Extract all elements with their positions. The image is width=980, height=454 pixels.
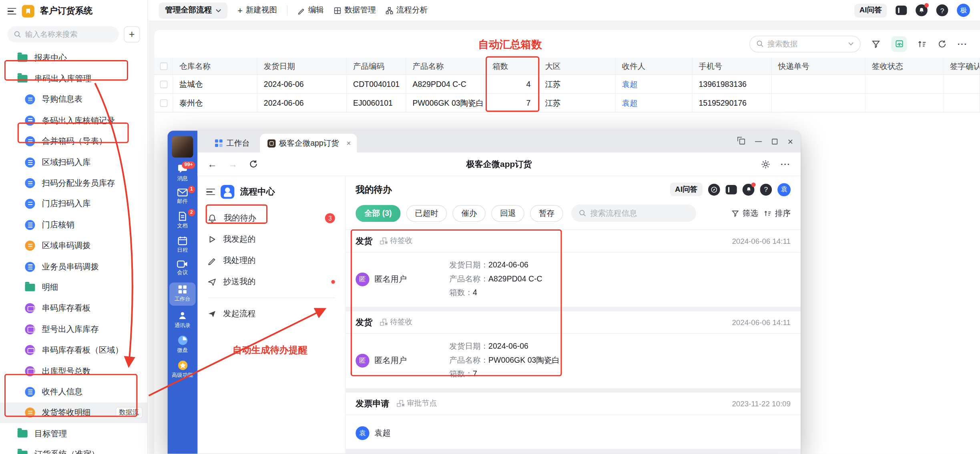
close-icon[interactable]: ×: [788, 137, 793, 146]
tab-workbench[interactable]: 工作台: [205, 134, 260, 153]
ai-qa-button[interactable]: AI问答: [670, 183, 703, 196]
row-checkbox[interactable]: [155, 94, 173, 112]
column-header[interactable]: 大区: [539, 58, 616, 75]
todo-card[interactable]: 发货 待签收 2024-06-06 14:11 匿 匿名用户 发货: [345, 230, 801, 307]
cell-receiver-link[interactable]: 袁超: [616, 75, 693, 94]
sidebar-item-folder[interactable]: 报表中心: [0, 48, 147, 68]
ai-qa-button[interactable]: AI问答: [854, 4, 887, 17]
docs-panel-icon[interactable]: [726, 185, 737, 194]
column-header[interactable]: 签字确认: [944, 58, 980, 75]
sidebar-item-dashboard[interactable]: 串码库存看板（区域）: [0, 339, 147, 360]
sidebar-item-dashboard[interactable]: 型号出入库库存: [0, 319, 147, 339]
column-header[interactable]: 手机号: [693, 58, 772, 75]
popout-icon[interactable]: [739, 139, 745, 145]
edit-button[interactable]: 编辑: [297, 5, 324, 16]
bell-icon[interactable]: [743, 183, 755, 195]
forward-icon[interactable]: →: [228, 159, 237, 170]
column-header[interactable]: 快递单号: [772, 58, 866, 75]
sidebar-item-folder[interactable]: 串码出入库管理: [0, 68, 147, 89]
sidebar-item-folder[interactable]: 目标管理: [0, 423, 147, 444]
sidebar-search-input[interactable]: 输入名称来搜索: [8, 26, 119, 43]
row-checkbox[interactable]: [155, 75, 173, 94]
sidebar-item-sheet[interactable]: 条码出入库核销记录: [0, 110, 147, 131]
tab-app-active[interactable]: 极客企微app订货 ×: [260, 134, 357, 153]
sidebar-item-folder[interactable]: 订货系统（准宿）: [0, 444, 147, 454]
column-header[interactable]: 收件人: [616, 58, 693, 75]
reload-icon[interactable]: [249, 159, 258, 169]
filter-icon[interactable]: [871, 39, 880, 48]
column-header[interactable]: 仓库名称: [173, 58, 257, 75]
column-header[interactable]: 产品名称: [406, 58, 486, 75]
menu-icon[interactable]: [8, 8, 16, 15]
flow-search-input[interactable]: 搜索流程信息: [571, 205, 696, 222]
table-search-input[interactable]: 搜索数据: [749, 35, 861, 52]
rail-item-meeting[interactable]: 会议: [169, 260, 196, 277]
user-photo-avatar[interactable]: [172, 136, 193, 157]
help-icon[interactable]: ?: [760, 183, 772, 195]
compass-icon[interactable]: [708, 183, 720, 195]
sidebar-item-sheet[interactable]: 扫码分配业务员库存: [0, 173, 147, 193]
sidebar-item-sheet[interactable]: 合并箱码（导表）: [0, 131, 147, 152]
sort-icon[interactable]: [918, 39, 927, 48]
menu-icon[interactable]: [206, 189, 215, 195]
rail-item-docs[interactable]: 文档 2: [169, 211, 196, 230]
sidebar-item-sheet[interactable]: 业务员串码调拨: [0, 256, 147, 277]
help-icon[interactable]: ?: [936, 4, 948, 16]
cell-receiver-link[interactable]: 袁超: [616, 94, 693, 112]
filter-draft[interactable]: 暂存: [530, 205, 563, 221]
refresh-icon[interactable]: [938, 39, 947, 48]
menu-item-started[interactable]: 我发起的: [197, 229, 345, 250]
filter-urge[interactable]: 催办: [453, 205, 486, 221]
filter-all[interactable]: 全部 (3): [355, 205, 400, 221]
user-avatar[interactable]: 极: [957, 4, 970, 17]
rail-item-advanced[interactable]: 高级功能: [169, 360, 196, 379]
column-header[interactable]: 产品编码: [347, 58, 406, 75]
view-config-icon[interactable]: [891, 36, 907, 52]
filter-overdue[interactable]: 已超时: [406, 205, 447, 221]
filter-button[interactable]: 筛选: [731, 208, 758, 219]
bell-icon[interactable]: [916, 4, 928, 16]
data-manage-button[interactable]: 数据管理: [334, 5, 376, 16]
sidebar-item-sheet[interactable]: 导购信息表: [0, 89, 147, 110]
filter-returned[interactable]: 回退: [492, 205, 525, 221]
rail-item-mail[interactable]: 邮件 1: [169, 188, 196, 206]
sidebar-item-sheet[interactable]: 门店扫码入库: [0, 194, 147, 215]
sort-button[interactable]: 排序: [764, 208, 791, 219]
sidebar-item-sheet-active[interactable]: 发货签收明细 数据流: [0, 402, 147, 423]
maximize-icon[interactable]: [772, 139, 777, 145]
docs-panel-icon[interactable]: [896, 6, 907, 15]
view-switcher[interactable]: 管理全部流程: [159, 2, 228, 18]
rail-item-contacts[interactable]: 通讯录: [169, 311, 196, 329]
menu-item-cc[interactable]: 抄送我的: [197, 271, 345, 293]
sidebar-item-folder[interactable]: 明细: [0, 277, 147, 298]
sidebar-item-sheet[interactable]: 区域串码调拨: [0, 235, 147, 256]
column-header[interactable]: 签收状态: [866, 58, 944, 75]
more-icon[interactable]: ···: [958, 39, 968, 48]
sidebar-item-dashboard[interactable]: 出库型号总数: [0, 361, 147, 382]
menu-item-processed[interactable]: 我处理的: [197, 250, 345, 271]
tab-close-icon[interactable]: ×: [346, 139, 351, 148]
column-header[interactable]: 箱数: [486, 58, 539, 75]
sidebar-item-sheet[interactable]: 区域扫码入库: [0, 152, 147, 173]
rail-item-drive[interactable]: 微盘: [169, 335, 196, 354]
sidebar-item-sheet[interactable]: 收件人信息: [0, 382, 147, 402]
menu-item-start-flow[interactable]: 发起流程: [197, 303, 345, 324]
sidebar-item-dashboard[interactable]: 串码库存看板: [0, 298, 147, 319]
flow-analysis-button[interactable]: 流程分析: [386, 5, 428, 16]
rail-item-workbench[interactable]: 工作台: [169, 283, 196, 306]
rail-item-calendar[interactable]: 日程: [169, 236, 196, 255]
user-avatar[interactable]: 袁: [777, 183, 791, 196]
sidebar-item-sheet[interactable]: 门店核销: [0, 215, 147, 235]
select-all-checkbox[interactable]: [155, 58, 173, 75]
minimize-icon[interactable]: [755, 141, 762, 142]
more-icon[interactable]: ···: [781, 159, 791, 169]
todo-card[interactable]: 发票申请 审批节点 2023-11-22 10:09 袁 袁超: [345, 392, 801, 449]
menu-item-todo[interactable]: 我的待办 3: [197, 207, 345, 229]
rail-item-messages[interactable]: 消息 99+: [169, 164, 196, 183]
todo-card[interactable]: 发货 待签收 2024-06-06 14:11 匿 匿名用户 发货: [345, 311, 801, 388]
column-header[interactable]: 发货日期: [257, 58, 347, 75]
gear-icon[interactable]: [761, 159, 771, 169]
new-view-button[interactable]: +新建视图: [237, 5, 277, 16]
back-icon[interactable]: ←: [207, 159, 217, 170]
add-button[interactable]: +: [124, 26, 140, 43]
